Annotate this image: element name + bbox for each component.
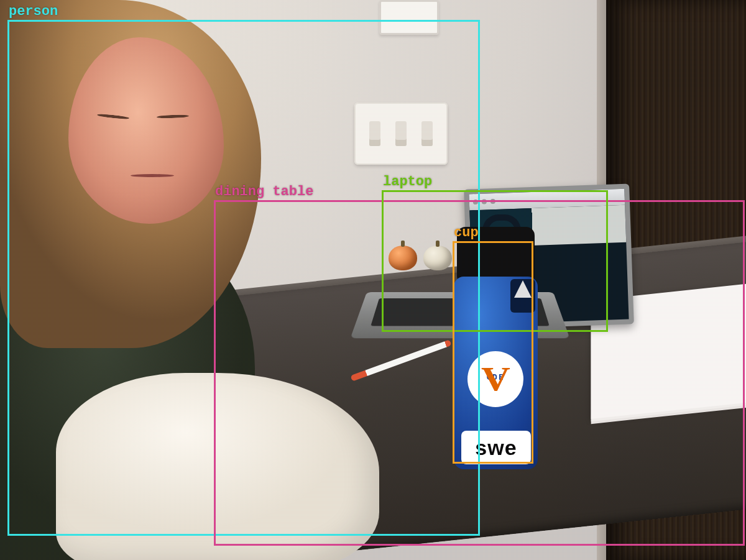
scene-root: CDE V swe person dining table laptop cup — [0, 0, 746, 560]
thermostat — [379, 0, 439, 35]
swe-sticker: swe — [461, 431, 531, 464]
light-switch-plate — [354, 103, 448, 165]
bottle-cap — [457, 227, 535, 283]
water-bottle: CDE V swe — [454, 227, 538, 469]
sailing-sticker-icon — [510, 279, 535, 313]
window-dot-icon — [490, 199, 495, 204]
pumpkin-white — [423, 246, 452, 270]
window-dot-icon — [482, 199, 487, 204]
light-switch-1 — [369, 121, 380, 146]
v-letter-icon: V — [481, 362, 510, 396]
light-switch-3 — [421, 121, 433, 146]
pumpkin-orange-1 — [389, 246, 417, 270]
bottle-body: CDE V swe — [454, 277, 538, 469]
blanket — [56, 373, 379, 560]
person-mouth — [131, 174, 174, 177]
window-dot-icon — [473, 200, 478, 204]
v-logo-sticker: CDE V — [467, 351, 523, 407]
light-switch-2 — [395, 121, 407, 146]
